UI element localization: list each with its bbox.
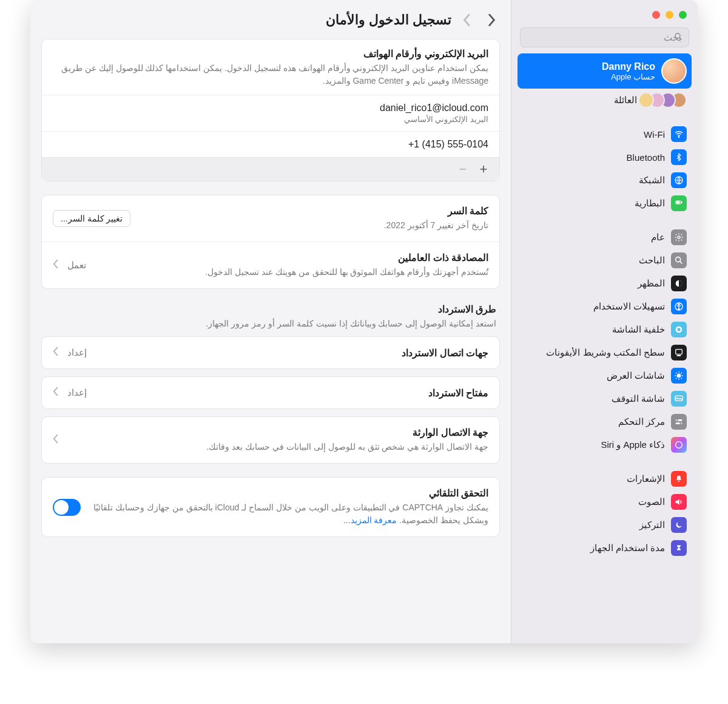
sidebar-label: الشبكة [639,175,665,186]
sidebar-item-appearance[interactable]: المظهر [517,272,692,295]
recovery-group: طرق الاسترداد استعد إمكانية الوصول إلى ح… [41,302,500,409]
sidebar: Danny Rico حساب Apple العائلة Wi-Fi [511,0,698,643]
row-title: المصادقة ذات العاملين [95,252,488,263]
chevron-left-icon [53,259,59,271]
sidebar-item-spotlight[interactable]: الباحث [517,249,692,272]
search-icon [671,252,687,268]
sidebar-item-notifications[interactable]: الإشعارات [517,467,692,490]
row-status: إعداد [67,347,87,358]
minus-icon: − [459,161,467,177]
sidebar-item-control-center[interactable]: مركز التحكم [517,410,692,433]
wallpaper-icon [671,322,687,337]
password-2fa-section: كلمة السر تاريخ آخر تغيير 7 أكتوبر 2022.… [41,195,500,289]
recovery-contacts-row[interactable]: جهات اتصال الاسترداد إعداد [41,336,500,369]
sidebar-label: شاشة التوقف [612,393,665,404]
learn-more-link[interactable]: معرفة المزيد... [343,515,397,525]
sidebar-label: العائلة [614,95,637,106]
bluetooth-icon [671,149,687,165]
row-title: التحقق التلقائي [89,487,488,499]
sidebar-item-bluetooth[interactable]: Bluetooth [517,146,692,169]
svg-rect-6 [676,201,679,203]
titlebar: تسجيل الدخول والأمان [41,8,500,39]
row-desc: تاريخ آخر تغيير 7 أكتوبر 2022. [139,219,488,232]
sidebar-item-sound[interactable]: الصوت [517,490,692,513]
moon-icon [671,517,687,533]
sidebar-item-screentime[interactable]: مدة استخدام الجهاز [517,536,692,560]
email-row[interactable]: daniel_rico1@icloud.com البريد الإلكترون… [42,95,499,131]
sidebar-label: ذكاء Apple و Siri [601,439,665,450]
svg-point-0 [675,33,680,38]
two-factor-status: تعمل [67,260,86,271]
sidebar-item-family[interactable]: العائلة [517,89,692,112]
maximize-icon[interactable] [679,11,687,19]
sidebar-item-screensaver[interactable]: شاشة التوقف [517,387,692,410]
email-value: daniel_rico1@icloud.com [53,103,488,113]
row-title: كلمة السر [139,205,488,217]
svg-point-8 [676,257,681,262]
row-desc: تُستخدم أجهزتك وأرقام هواتفك الموثوق بها… [95,266,488,279]
change-password-button[interactable]: تغيير كلمة السر... [53,210,130,227]
svg-line-1 [679,38,681,39]
svg-line-25 [681,373,682,373]
control-center-icon [671,414,687,430]
sidebar-item-battery[interactable]: البطارية [517,192,692,215]
sidebar-item-dock[interactable]: سطح المكتب وشريط الأيقونات [517,341,692,364]
globe-icon [671,172,687,188]
sidebar-item-accessibility[interactable]: تسهيلات الاستخدام [517,295,692,318]
page-title: تسجيل الدخول والأمان [326,12,451,28]
chevron-left-icon [53,434,59,446]
sidebar-label: مدة استخدام الجهاز [590,543,665,553]
display-icon [671,368,687,384]
sidebar-list: Danny Rico حساب Apple العائلة Wi-Fi [511,53,698,643]
content-pane: تسجيل الدخول والأمان البريد الإلكتروني و… [30,0,511,643]
appearance-icon [671,276,687,291]
svg-point-14 [677,328,680,331]
auto-verify-toggle[interactable] [53,499,81,516]
phone-row[interactable]: +1 (415) 555-0104 [42,131,499,157]
auto-verify-section: التحقق التلقائي يمكنك تجاوز CAPTCHA في ا… [41,477,500,537]
search-input[interactable] [520,27,689,47]
hourglass-icon [671,540,687,556]
minimize-icon[interactable] [666,11,673,19]
panel-footer: + − [42,157,499,181]
sidebar-label: خلفية الشاشة [612,324,665,335]
legacy-contact-section: جهة الاتصال الوارثة جهة الاتصال الوارثة … [41,416,500,464]
recovery-key-row[interactable]: مفتاح الاسترداد إعداد [41,376,500,409]
sidebar-item-wallpaper[interactable]: خلفية الشاشة [517,318,692,341]
close-icon[interactable] [652,11,660,19]
group-title: طرق الاسترداد [41,302,500,317]
chevron-right-icon [487,13,496,27]
back-button[interactable] [483,11,500,29]
svg-point-12 [678,304,679,305]
gear-icon [671,229,687,245]
sidebar-label: تسهيلات الاستخدام [593,301,665,312]
siri-icon [671,437,687,453]
sidebar-item-siri[interactable]: ذكاء Apple و Siri [517,433,692,456]
sidebar-item-displays[interactable]: شاشات العرض [517,364,692,387]
sidebar-item-general[interactable]: عام [517,226,692,249]
sidebar-label: الإشعارات [627,473,665,484]
section-title: البريد الإلكتروني وأرقام الهواتف [53,48,488,59]
sidebar-label: Wi-Fi [644,129,665,140]
svg-rect-32 [678,481,679,482]
two-factor-row[interactable]: المصادقة ذات العاملين تُستخدم أجهزتك وأر… [42,242,499,288]
add-button[interactable]: + [475,161,492,177]
sidebar-item-wifi[interactable]: Wi-Fi [517,123,692,146]
sidebar-item-account[interactable]: Danny Rico حساب Apple [517,53,692,89]
row-label: جهات اتصال الاسترداد [95,347,488,359]
forward-button[interactable] [459,11,476,29]
chevron-left-icon [463,13,471,27]
row-label: مفتاح الاسترداد [95,387,488,399]
sidebar-item-focus[interactable]: التركيز [517,513,692,536]
phone-value: +1 (415) 555-0104 [53,139,488,150]
email-phone-panel: البريد الإلكتروني وأرقام الهواتف يمكن اس… [41,39,500,181]
legacy-row[interactable]: جهة الاتصال الوارثة جهة الاتصال الوارثة … [42,417,499,463]
svg-line-9 [680,262,682,264]
sidebar-label: الباحث [639,255,665,266]
remove-button[interactable]: − [454,161,471,177]
sidebar-item-network[interactable]: الشبكة [517,169,692,192]
plus-icon: + [480,161,488,177]
sidebar-label: سطح المكتب وشريط الأيقونات [546,347,665,358]
row-status: إعداد [67,387,87,398]
sidebar-label: الصوت [638,496,665,507]
